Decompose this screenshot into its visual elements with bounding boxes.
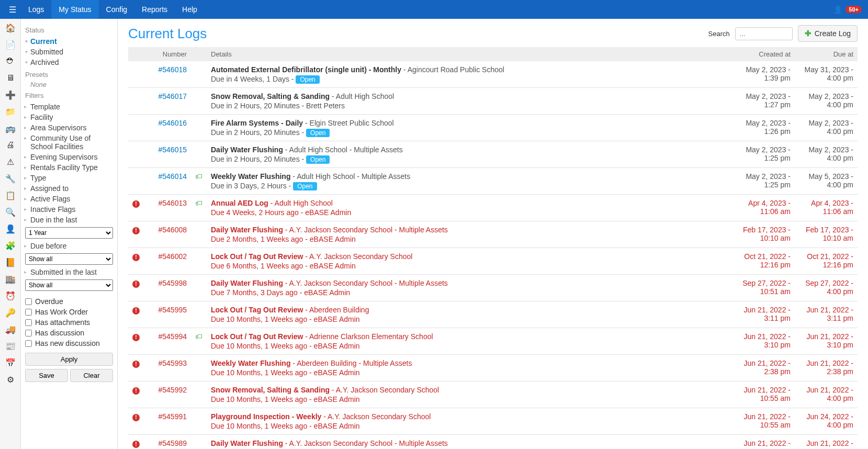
filter-assigned-to[interactable]: Assigned to [25,183,113,194]
log-number-link[interactable]: #546018 [158,65,187,74]
status-submitted[interactable]: Submitted [25,47,113,57]
rail-icon[interactable]: 🔍 [5,207,16,218]
create-log-button[interactable]: ✚ Create Log [798,25,858,42]
rail-icon[interactable]: 🧩 [5,241,16,251]
due-at: Jun 21, 2022 -12:00 pm [795,435,858,450]
due-in-last-select[interactable]: 1 Year [25,227,113,239]
filter-due-in-the-last[interactable]: Due in the last [25,215,113,225]
rail-icon[interactable]: 🔑 [5,308,16,318]
col-created[interactable]: Created at [732,47,795,61]
status-badge: Open [296,75,319,84]
nav-logs[interactable]: Logs [21,0,51,19]
log-number-link[interactable]: #545989 [158,439,187,447]
rail-icon[interactable]: ⛑ [5,57,16,67]
rail-icon[interactable]: 📙 [5,257,16,268]
status-current[interactable]: Current [25,36,113,47]
rail-icon[interactable]: 📰 [5,341,16,352]
rail-icon[interactable]: 📋 [5,190,16,201]
rail-icon[interactable]: 🏬 [5,274,16,285]
filter-evening-supervisors[interactable]: Evening Supervisors [25,152,113,162]
col-details[interactable]: Details [207,47,732,61]
check-has-work-order[interactable]: Has Work Order [25,307,113,317]
log-number-link[interactable]: #546008 [158,226,187,234]
rail-icon[interactable]: ⚠ [5,157,16,167]
filter-rentals-facility-type[interactable]: Rentals Facility Type [25,162,113,173]
table-row[interactable]: #546015Daily Water Flushing - Adult High… [128,141,858,168]
check-overdue[interactable]: Overdue [25,296,113,307]
rail-icon[interactable]: 👤 [5,224,16,234]
plus-icon: ✚ [805,29,811,38]
rail-icon[interactable]: 🏠 [5,23,16,33]
filter-template[interactable]: Template [25,102,113,112]
filter-community-use-of-school-facilities[interactable]: Community Use of School Facilities [25,133,113,152]
table-row[interactable]: #546018Automated External Defibrillator … [128,61,858,88]
due-before-select[interactable]: Show all [25,253,113,265]
filter-submitted-in-last[interactable]: Submitted in the last [25,267,113,277]
created-at: Jun 21, 2022 -2:38 pm [732,355,795,381]
submitted-select[interactable]: Show all [25,279,113,291]
table-row[interactable]: !#546013🏷Annual AED Log - Adult High Sch… [128,195,858,221]
rail-icon[interactable]: 🚌 [5,124,16,134]
filter-area-supervisors[interactable]: Area Supervisors [25,122,113,133]
table-row[interactable]: !#545989Daily Water Flushing - A.Y. Jack… [128,435,858,450]
log-number-link[interactable]: #546014 [158,172,187,181]
table-row[interactable]: !#545998Daily Water Flushing - A.Y. Jack… [128,275,858,301]
clear-button[interactable]: Clear [70,369,113,382]
rail-icon[interactable]: ➕ [5,90,16,100]
log-number-link[interactable]: #546017 [158,92,187,100]
table-row[interactable]: !#546002Lock Out / Tag Out Review - A.Y.… [128,248,858,275]
log-number-link[interactable]: #546015 [158,145,187,154]
alert-icon: ! [132,414,140,421]
filter-inactive-flags[interactable]: Inactive Flags [25,204,113,215]
table-row[interactable]: #546017Snow Removal, Salting & Sanding -… [128,88,858,115]
log-number-link[interactable]: #546002 [158,252,187,261]
table-row[interactable]: !#545992Snow Removal, Salting & Sanding … [128,381,858,408]
rail-icon[interactable]: 🚚 [5,324,16,335]
search-input[interactable] [735,27,793,40]
status-archived[interactable]: Archived [25,57,113,68]
nav-reports[interactable]: Reports [134,0,175,19]
save-button[interactable]: Save [25,369,68,382]
table-row[interactable]: !#545993Weekly Water Flushing - Aberdeen… [128,355,858,381]
apply-button[interactable]: Apply [25,353,113,366]
rail-icon[interactable]: 📅 [5,358,16,368]
alert-icon: ! [132,200,140,208]
filter-due-before[interactable]: Due before [25,241,113,251]
check-has-attachments[interactable]: Has attachments [25,317,113,328]
nav-my-status[interactable]: My Status [51,0,98,19]
rail-icon[interactable]: 🔧 [5,174,16,184]
log-number-link[interactable]: #545995 [158,306,187,314]
log-number-link[interactable]: #545998 [158,279,187,287]
filter-active-flags[interactable]: Active Flags [25,194,113,204]
log-number-link[interactable]: #546016 [158,119,187,127]
rail-icon[interactable]: 📄 [5,40,16,50]
col-number[interactable]: Number [144,47,191,61]
table-row[interactable]: !#545995Lock Out / Tag Out Review - Aber… [128,301,858,328]
rail-icon[interactable]: 📁 [5,107,16,117]
check-has-discussion[interactable]: Has discussion [25,328,113,338]
log-number-link[interactable]: #546013 [158,199,187,207]
table-row[interactable]: !#545994🏷Lock Out / Tag Out Review - Adr… [128,328,858,355]
notification-badge[interactable]: 50+ [846,6,862,13]
user-icon[interactable]: 👤 [833,5,842,14]
rail-icon[interactable]: 🖥 [5,73,16,84]
nav-help[interactable]: Help [175,0,205,19]
rail-icon[interactable]: ⏰ [5,291,16,301]
filter-type[interactable]: Type [25,173,113,183]
main-content: Current Logs Search ✚ Create Log Number … [118,19,868,449]
table-row[interactable]: #546016Fire Alarm Systems - Daily - Elgi… [128,115,858,141]
nav-config[interactable]: Config [99,0,134,19]
table-row[interactable]: !#545991Playground Inspection - Weekly -… [128,408,858,435]
rail-icon[interactable]: 🖨 [5,140,16,151]
filter-facility[interactable]: Facility [25,112,113,122]
log-number-link[interactable]: #545994 [158,332,187,341]
log-number-link[interactable]: #545992 [158,386,187,394]
rail-icon[interactable]: ⚙ [5,375,16,385]
table-row[interactable]: #546014🏷Weekly Water Flushing - Adult Hi… [128,168,858,195]
log-number-link[interactable]: #545991 [158,412,187,421]
log-number-link[interactable]: #545993 [158,359,187,367]
col-due[interactable]: Due at [795,47,858,61]
menu-toggle-icon[interactable]: ☰ [4,5,21,15]
table-row[interactable]: !#546008Daily Water Flushing - A.Y. Jack… [128,221,858,248]
check-has-new-discussion[interactable]: Has new discussion [25,338,113,349]
